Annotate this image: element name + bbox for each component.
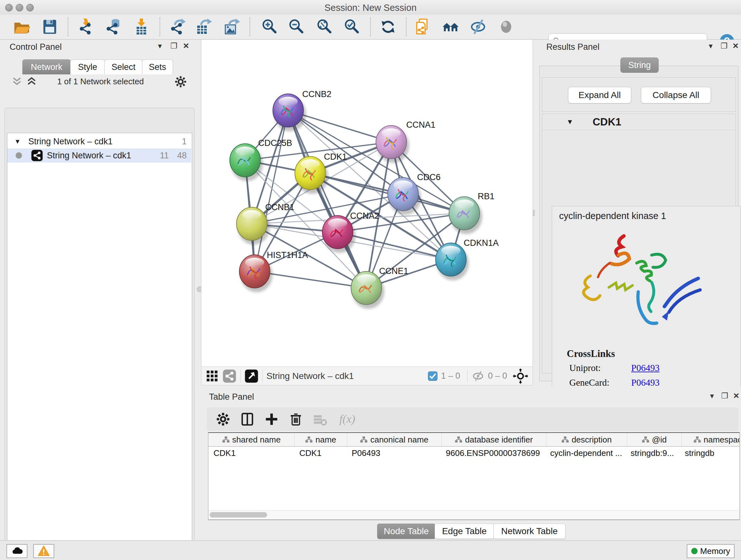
- zoom-in-icon[interactable]: [260, 18, 278, 36]
- show-columns-icon[interactable]: [239, 411, 255, 427]
- network-view-toolbar: String Network – cdk1 1 – 0 0 – 0: [201, 367, 533, 385]
- table-cell[interactable]: CDK1: [294, 447, 347, 459]
- network-node-ccna1[interactable]: [376, 125, 409, 163]
- node-label-cdc25b: CDC25B: [258, 138, 292, 148]
- network-node-cdc6[interactable]: [388, 178, 421, 215]
- table-cell[interactable]: cyclin-dependent ...: [545, 447, 625, 459]
- column-header-shared-name[interactable]: shared name: [208, 433, 294, 446]
- tab-string[interactable]: String: [620, 57, 659, 73]
- table-h-scrollbar[interactable]: [208, 510, 740, 520]
- network-node-cdk1[interactable]: [295, 157, 328, 194]
- results-panel-close-icon[interactable]: ✕: [731, 42, 740, 51]
- import-table-icon[interactable]: [132, 18, 150, 36]
- zoom-selected-icon[interactable]: [343, 18, 360, 36]
- network-node-rb1[interactable]: [449, 197, 482, 234]
- network-name-label: String Network – cdk1: [47, 151, 131, 161]
- column-header--id[interactable]: @id: [627, 433, 682, 446]
- status-bar: Memory: [0, 540, 741, 560]
- delete-table-icon: [312, 411, 328, 427]
- zoom-fit-icon[interactable]: [315, 18, 333, 36]
- column-header-database-identifier[interactable]: database identifier: [442, 433, 546, 446]
- selected-checkbox-icon[interactable]: [428, 371, 438, 381]
- string-network-icon: [31, 149, 43, 162]
- table-cell[interactable]: stringdb: [680, 447, 740, 459]
- network-edge[interactable]: [255, 111, 288, 271]
- home-networks-icon[interactable]: [442, 18, 460, 36]
- add-column-icon[interactable]: [264, 411, 280, 427]
- table-panel-collapse-icon[interactable]: ▾: [707, 391, 717, 400]
- import-network-icon[interactable]: [77, 18, 95, 36]
- column-header-description[interactable]: description: [546, 433, 627, 446]
- control-panel-float-icon[interactable]: ❐: [169, 42, 179, 51]
- export-image-icon[interactable]: [223, 18, 241, 36]
- network-options-gear-icon[interactable]: [174, 75, 188, 89]
- tree-expand-caret-icon[interactable]: ▼: [14, 138, 21, 145]
- table-settings-gear-icon[interactable]: [215, 411, 231, 427]
- function-builder-icon: f(x): [336, 411, 361, 427]
- save-session-icon[interactable]: [41, 18, 59, 36]
- node-label-ccna1: CCNA1: [406, 120, 435, 130]
- toolbar-separator: [250, 17, 250, 37]
- collapse-all-button[interactable]: Collapse All: [641, 87, 711, 104]
- delete-column-trash-icon[interactable]: [288, 411, 304, 427]
- table-panel-close-icon[interactable]: ✕: [731, 391, 741, 400]
- crosslink-value-link[interactable]: P06493: [631, 363, 660, 373]
- tab-node-table[interactable]: Node Table: [377, 523, 435, 539]
- expand-all-networks-icon[interactable]: [26, 77, 37, 86]
- export-network-icon[interactable]: [169, 18, 186, 36]
- import-database-icon[interactable]: [104, 18, 122, 36]
- network-thumbnail-icon[interactable]: [222, 369, 237, 383]
- network-canvas[interactable]: CCNB2CCNA1CDC25BCDK1CDC6RB1CCNB1CCNA2CDK…: [201, 40, 533, 367]
- table-toolbar: f(x): [207, 408, 738, 431]
- column-header-namespace[interactable]: namespace: [682, 433, 740, 446]
- tab-select[interactable]: Select: [105, 59, 143, 74]
- column-header-canonical-name[interactable]: canonical name: [347, 433, 442, 446]
- results-panel-collapse-icon[interactable]: ▾: [706, 42, 716, 51]
- birdseye-crosshair-icon[interactable]: [513, 368, 528, 384]
- table-row[interactable]: CDK1CDK1P064939606.ENSP00000378699cyclin…: [208, 447, 739, 459]
- node-table[interactable]: shared namenamecanonical namedatabase id…: [208, 432, 740, 520]
- table-cell[interactable]: CDK1: [208, 447, 294, 459]
- toolbar-separator: [68, 17, 68, 37]
- network-tree-child-row[interactable]: String Network – cdk1 11 48: [7, 148, 191, 163]
- tab-edge-table[interactable]: Edge Table: [434, 523, 494, 539]
- cloud-status-button[interactable]: [6, 544, 27, 558]
- tab-network-table[interactable]: Network Table: [493, 523, 565, 539]
- collapse-all-networks-icon[interactable]: [11, 77, 22, 86]
- table-cell[interactable]: 9606.ENSP00000378699: [441, 447, 545, 459]
- tab-network[interactable]: Network: [22, 59, 71, 74]
- toolbar-divider: [467, 370, 468, 382]
- table-panel-float-icon[interactable]: ❐: [720, 391, 730, 400]
- control-panel-collapse-icon[interactable]: ▾: [155, 42, 165, 51]
- network-state-dot-icon: [16, 152, 22, 159]
- table-cell[interactable]: P06493: [347, 447, 441, 459]
- protein-row-header[interactable]: ▼ CDK1: [542, 114, 736, 130]
- column-header-name[interactable]: name: [294, 433, 347, 446]
- refresh-icon[interactable]: [379, 18, 397, 36]
- clipboard-share-icon[interactable]: [414, 18, 431, 36]
- grid-view-icon[interactable]: [205, 369, 219, 383]
- warnings-button[interactable]: [33, 544, 54, 558]
- network-edge[interactable]: [288, 111, 366, 288]
- network-node-cdkn1a[interactable]: [435, 243, 469, 280]
- open-session-icon[interactable]: [13, 18, 30, 36]
- detach-view-icon[interactable]: [245, 369, 259, 383]
- hide-panel-icon[interactable]: [469, 18, 487, 36]
- tab-sets[interactable]: Sets: [142, 59, 173, 74]
- network-tree-root-row[interactable]: ▼ String Network – cdk1 1: [7, 134, 191, 148]
- network-node-cdc25b[interactable]: [230, 144, 263, 181]
- table-scrollbar-thumb[interactable]: [210, 512, 267, 517]
- network-node-ccnb2[interactable]: [273, 94, 306, 131]
- network-node-ccne1[interactable]: [351, 271, 384, 309]
- table-cell[interactable]: stringdb:9...: [625, 447, 680, 459]
- control-panel-close-icon[interactable]: ✕: [181, 42, 191, 51]
- export-table-icon[interactable]: [195, 18, 212, 36]
- memory-button[interactable]: Memory: [687, 544, 735, 558]
- protein-collapse-caret-icon[interactable]: ▼: [566, 118, 574, 126]
- show-panel-icon[interactable]: [497, 18, 515, 36]
- results-panel-float-icon[interactable]: ❐: [719, 42, 729, 51]
- zoom-out-icon[interactable]: [287, 18, 305, 36]
- expand-all-button[interactable]: Expand All: [568, 87, 631, 104]
- tab-style[interactable]: Style: [70, 59, 105, 74]
- network-node-hist1h1a[interactable]: [239, 255, 273, 292]
